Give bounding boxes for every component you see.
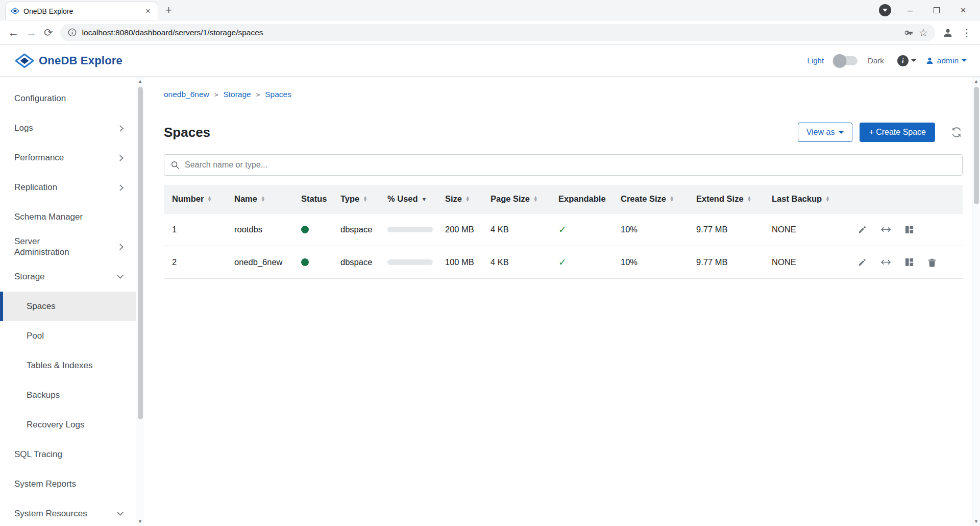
sidebar-item-performance[interactable]: Performance xyxy=(0,143,136,173)
sidebar-scrollbar-thumb[interactable] xyxy=(138,87,143,419)
sort-icon[interactable]: ▲▼ xyxy=(261,196,265,202)
cell-expandable: ✓ xyxy=(550,256,612,268)
main-scrollbar[interactable]: ▲ ▼ xyxy=(972,77,980,526)
sidebar-item-spaces[interactable]: Spaces xyxy=(0,292,136,321)
delete-icon[interactable] xyxy=(927,258,937,267)
column-header-name[interactable]: Name▲▼ xyxy=(226,194,293,204)
scroll-up-icon[interactable]: ▲ xyxy=(138,77,142,86)
cell-used xyxy=(379,259,437,265)
sidebar-item-backups[interactable]: Backups xyxy=(0,380,136,410)
bookmark-star-icon[interactable]: ☆ xyxy=(919,27,928,39)
password-key-icon[interactable] xyxy=(903,28,914,38)
cell-expandable: ✓ xyxy=(550,224,612,235)
new-tab-button[interactable]: + xyxy=(165,4,172,17)
fragments-icon[interactable] xyxy=(904,257,914,267)
sidebar-item-server-administration[interactable]: Server Administration xyxy=(0,232,136,262)
help-menu[interactable]: i xyxy=(897,55,916,66)
column-header-used[interactable]: % Used▼ xyxy=(379,194,437,204)
scroll-down-icon[interactable]: ▼ xyxy=(974,517,978,526)
expand-icon[interactable] xyxy=(880,224,891,235)
sort-icon[interactable]: ▲▼ xyxy=(670,196,674,202)
sidebar-item-pool[interactable]: Pool xyxy=(0,321,136,351)
sidebar-item-storage[interactable]: Storage xyxy=(0,262,136,292)
sidebar-item-tables-indexes[interactable]: Tables & Indexes xyxy=(0,351,136,380)
reload-icon[interactable]: ⟳ xyxy=(44,27,53,39)
sidebar-item-system-resources[interactable]: System Resources xyxy=(0,499,136,526)
cell-size: 100 MB xyxy=(437,257,482,267)
tab-close-icon[interactable]: × xyxy=(143,6,153,16)
sort-icon[interactable]: ▲▼ xyxy=(747,196,751,202)
used-progress-bar xyxy=(387,259,433,265)
cell-used xyxy=(379,227,437,232)
column-header-size[interactable]: Size▲▼ xyxy=(437,194,482,204)
create-space-button[interactable]: + Create Space xyxy=(860,123,935,142)
chevron-right-icon xyxy=(117,244,124,250)
scroll-down-icon[interactable]: ▼ xyxy=(138,517,142,526)
breadcrumb-spaces[interactable]: Spaces xyxy=(265,90,291,99)
sort-icon[interactable]: ▲▼ xyxy=(207,196,211,202)
fragments-icon[interactable] xyxy=(904,225,914,234)
breadcrumb-storage[interactable]: Storage xyxy=(223,90,251,99)
main-scrollbar-thumb[interactable] xyxy=(974,87,979,204)
sort-icon[interactable]: ▲▼ xyxy=(533,196,537,202)
url-text[interactable]: localhost:8080/dashboard/servers/1/stora… xyxy=(82,28,898,37)
window-minimize-button[interactable]: – xyxy=(902,5,918,16)
column-header-number[interactable]: Number▲▼ xyxy=(164,194,226,204)
column-header-page-size[interactable]: Page Size▲▼ xyxy=(482,194,550,204)
column-header-extend-size[interactable]: Extend Size▲▼ xyxy=(688,194,764,204)
url-omnibox[interactable]: localhost:8080/dashboard/servers/1/stora… xyxy=(60,24,935,41)
browser-tab[interactable]: OneDB Explore × xyxy=(5,2,158,20)
search-input[interactable] xyxy=(185,160,956,170)
sidebar: Configuration Logs Performance Replicati… xyxy=(0,77,144,526)
sidebar-item-schema-manager[interactable]: Schema Manager xyxy=(0,202,136,232)
refresh-icon[interactable] xyxy=(950,126,963,138)
column-header-expandable[interactable]: Expandable xyxy=(550,194,612,204)
breadcrumb-server[interactable]: onedb_6new xyxy=(164,90,209,99)
view-as-button[interactable]: View as xyxy=(798,123,853,142)
search-icon xyxy=(170,160,180,170)
user-menu[interactable]: admin xyxy=(925,56,967,65)
expand-icon[interactable] xyxy=(880,257,891,268)
sidebar-item-logs[interactable]: Logs xyxy=(0,113,136,143)
app-header: OneDB Explore Light Dark i admin xyxy=(0,45,980,77)
column-header-create-size[interactable]: Create Size▲▼ xyxy=(612,194,688,204)
column-header-type[interactable]: Type▲▼ xyxy=(332,194,379,204)
browser-menu-icon[interactable]: ⋮ xyxy=(962,27,972,39)
table-row: 1 rootdbs dbspace 200 MB 4 KB ✓ 10% 9.77… xyxy=(164,213,963,246)
theme-toggle-knob[interactable] xyxy=(833,54,846,67)
username: admin xyxy=(937,56,959,65)
sort-desc-icon[interactable]: ▼ xyxy=(422,196,427,202)
sort-icon[interactable]: ▲▼ xyxy=(825,196,829,202)
sidebar-item-recovery-logs[interactable]: Recovery Logs xyxy=(0,410,136,440)
edit-icon[interactable] xyxy=(857,225,867,234)
sidebar-scrollbar[interactable]: ▲ ▼ xyxy=(136,77,144,526)
sort-icon[interactable]: ▲▼ xyxy=(363,196,367,202)
sort-icon[interactable]: ▲▼ xyxy=(465,196,470,202)
window-close-button[interactable]: × xyxy=(955,5,971,16)
forward-icon[interactable]: → xyxy=(26,27,37,39)
app-logo[interactable]: OneDB Explore xyxy=(15,54,122,68)
table-header-row: Number▲▼ Name▲▼ Status Type▲▼ % Used▼ Si… xyxy=(164,185,963,213)
theme-light-label[interactable]: Light xyxy=(807,56,824,65)
page-info-icon[interactable] xyxy=(67,28,77,37)
column-header-status[interactable]: Status xyxy=(293,194,332,204)
cell-page-size: 4 KB xyxy=(482,257,550,267)
edit-icon[interactable] xyxy=(857,257,867,267)
sidebar-item-configuration[interactable]: Configuration xyxy=(0,84,136,113)
table-row: 2 onedb_6new dbspace 100 MB 4 KB ✓ 10% 9… xyxy=(164,246,963,279)
browser-badge-icon[interactable] xyxy=(879,4,891,16)
sidebar-item-system-reports[interactable]: System Reports xyxy=(0,469,136,499)
back-icon[interactable]: ← xyxy=(8,27,19,39)
sidebar-item-replication[interactable]: Replication xyxy=(0,173,136,202)
column-header-last-backup[interactable]: Last Backup▲▼ xyxy=(764,194,849,204)
theme-toggle[interactable] xyxy=(834,56,857,65)
sidebar-item-sql-tracing[interactable]: SQL Tracing xyxy=(0,440,136,469)
cell-type: dbspace xyxy=(332,225,379,234)
theme-dark-label[interactable]: Dark xyxy=(868,56,884,65)
window-maximize-button[interactable] xyxy=(929,5,944,16)
browser-profile-icon[interactable] xyxy=(942,27,953,38)
cell-create-size: 10% xyxy=(612,257,688,267)
search-box[interactable] xyxy=(164,154,963,176)
scroll-up-icon[interactable]: ▲ xyxy=(974,77,978,86)
onedb-logo-icon xyxy=(15,54,34,68)
